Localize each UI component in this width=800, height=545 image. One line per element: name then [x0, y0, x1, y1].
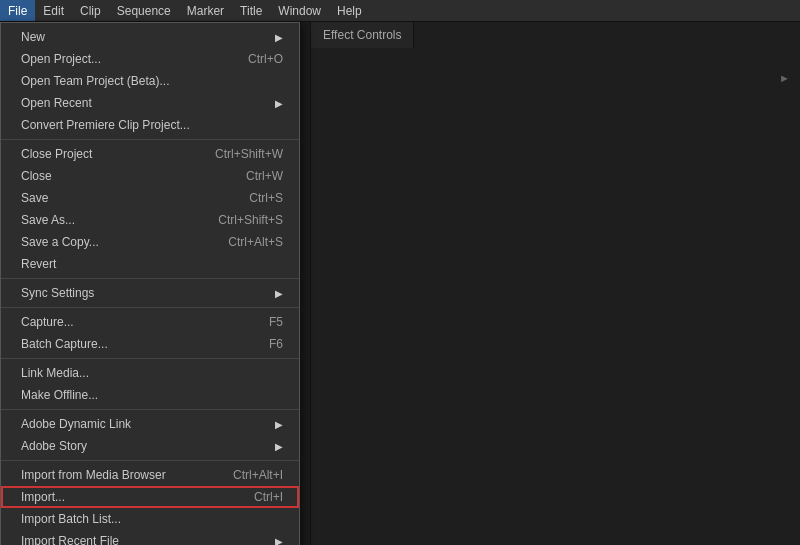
menu-item-import-from-media-browser[interactable]: Import from Media Browser Ctrl+Alt+I [1, 464, 299, 486]
menu-item-adobe-dynamic-link[interactable]: Adobe Dynamic Link ▶ [1, 413, 299, 435]
arrow-icon: ▶ [275, 98, 283, 109]
file-dropdown-menu: New ▶ Open Project... Ctrl+O Open Team P… [0, 22, 300, 545]
menu-item-revert[interactable]: Revert [1, 253, 299, 275]
effect-controls-tab[interactable]: Effect Controls [311, 22, 414, 48]
arrow-icon: ▶ [275, 441, 283, 452]
separator-2 [1, 278, 299, 279]
menu-edit[interactable]: Edit [35, 0, 72, 21]
menu-item-close[interactable]: Close Ctrl+W [1, 165, 299, 187]
separator-4 [1, 358, 299, 359]
menu-item-close-project[interactable]: Close Project Ctrl+Shift+W [1, 143, 299, 165]
timecode: ► [779, 72, 790, 84]
arrow-icon: ▶ [275, 288, 283, 299]
menu-item-batch-capture[interactable]: Batch Capture... F6 [1, 333, 299, 355]
right-panel: Effect Controls ► [310, 22, 800, 545]
separator-6 [1, 460, 299, 461]
menu-item-import-batch-list[interactable]: Import Batch List... [1, 508, 299, 530]
menu-item-make-offline[interactable]: Make Offline... [1, 384, 299, 406]
menu-item-open-project[interactable]: Open Project... Ctrl+O [1, 48, 299, 70]
separator-5 [1, 409, 299, 410]
menu-marker[interactable]: Marker [179, 0, 232, 21]
menu-clip[interactable]: Clip [72, 0, 109, 21]
menu-item-link-media[interactable]: Link Media... [1, 362, 299, 384]
menubar: File Edit Clip Sequence Marker Title Win… [0, 0, 800, 22]
menu-item-open-recent[interactable]: Open Recent ▶ [1, 92, 299, 114]
menu-item-open-team-project[interactable]: Open Team Project (Beta)... [1, 70, 299, 92]
menu-item-save[interactable]: Save Ctrl+S [1, 187, 299, 209]
menu-item-save-copy[interactable]: Save a Copy... Ctrl+Alt+S [1, 231, 299, 253]
arrow-icon: ▶ [275, 419, 283, 430]
menu-item-adobe-story[interactable]: Adobe Story ▶ [1, 435, 299, 457]
menu-item-convert-premiere[interactable]: Convert Premiere Clip Project... [1, 114, 299, 136]
menu-item-capture[interactable]: Capture... F5 [1, 311, 299, 333]
separator-1 [1, 139, 299, 140]
separator-3 [1, 307, 299, 308]
arrow-icon: ▶ [275, 536, 283, 546]
menu-item-import[interactable]: Import... Ctrl+I [1, 486, 299, 508]
menu-help[interactable]: Help [329, 0, 370, 21]
menu-sequence[interactable]: Sequence [109, 0, 179, 21]
menu-file[interactable]: File [0, 0, 35, 21]
menu-item-import-recent-file[interactable]: Import Recent File ▶ [1, 530, 299, 545]
menu-item-save-as[interactable]: Save As... Ctrl+Shift+S [1, 209, 299, 231]
menu-window[interactable]: Window [270, 0, 329, 21]
menu-item-sync-settings[interactable]: Sync Settings ▶ [1, 282, 299, 304]
menu-item-new[interactable]: New ▶ [1, 26, 299, 48]
arrow-icon: ▶ [275, 32, 283, 43]
menu-title[interactable]: Title [232, 0, 270, 21]
